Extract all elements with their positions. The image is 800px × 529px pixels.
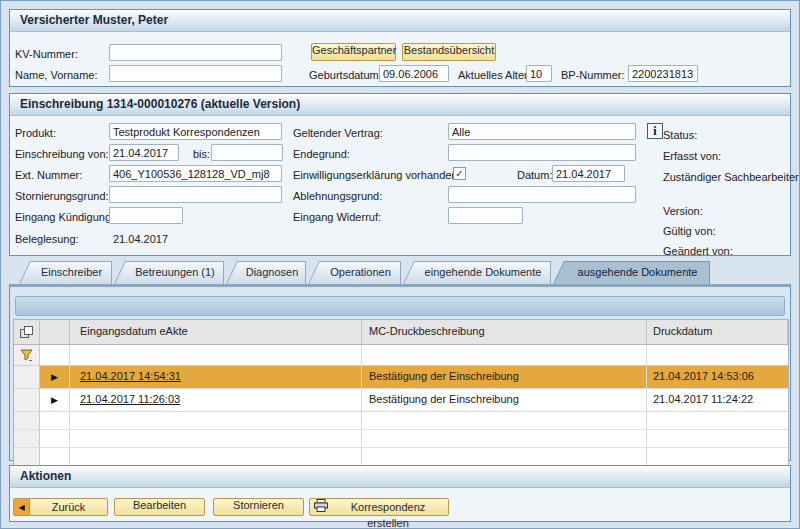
aktionen-title: Aktionen [20,469,71,483]
zurueck-label: Zurück [30,499,107,515]
empty-cell [40,448,70,465]
version-label: Version: [663,203,703,220]
row-marker-icon: ▶ [51,367,58,388]
bis-input[interactable] [211,144,283,161]
bp-nummer-input[interactable] [628,65,698,82]
geburtsdatum-input[interactable] [379,65,449,82]
info-icon[interactable]: i [647,123,663,139]
tab-einschreiber[interactable]: Einschreiber [19,261,112,284]
empty-cell [647,448,788,465]
row-marker-icon: ▶ [51,390,58,411]
aktionen-section-header: Aktionen [10,466,790,488]
select-all-cell[interactable] [14,320,40,344]
empty-cell [14,448,40,465]
produkt-input[interactable] [109,123,282,140]
korrespondenz-erstellen-button[interactable]: Korrespondenz erstellen [309,498,449,516]
row-lead-cell[interactable]: ▶ [40,366,70,388]
printer-icon [314,499,328,512]
eingang-kuendigung-input[interactable] [109,207,183,224]
empty-cell [40,430,70,447]
column-header-druckdatum[interactable]: Druckdatum [647,320,788,344]
column-header-druckbeschreibung[interactable]: MC-Druckbeschreibung [362,320,647,344]
ext-nummer-label: Ext. Nummer: [15,167,82,184]
tab-eingehende-dokumente[interactable]: eingehende Dokumente [403,261,551,284]
versicherter-title: Versicherter Muster, Peter [20,13,168,27]
empty-cell [40,412,70,429]
endegrund-input[interactable] [448,144,636,161]
geschaeftspartner-button[interactable]: Geschäftspartner [311,43,396,61]
header-spacer-cell [40,320,70,344]
zurueck-button[interactable]: ◀ Zurück [13,498,108,516]
empty-cell [362,412,647,429]
empty-cell [647,430,788,447]
eingang-kuendigung-label: Eingang Kündigung: [15,209,114,226]
geaendert-von-label: Geändert von: [663,243,733,260]
table-row[interactable]: ▶ 21.04.2017 14:54:31 Bestätigung der Ei… [14,366,788,389]
cell-eingangsdatum[interactable]: 21.04.2017 11:26:03 [70,389,362,411]
tab-label: Betreuungen (1) [114,261,224,284]
bearbeiten-button[interactable]: Bearbeiten [114,498,205,516]
filter-input-druckbeschreibung[interactable] [362,345,647,365]
name-vorname-label: Name, Vorname: [15,67,98,84]
stornierungsgrund-label: Stornierungsgrund: [15,188,109,205]
empty-cell [70,412,362,429]
geltender-vertrag-input[interactable] [448,123,636,140]
empty-cell [70,430,362,447]
einschreibung-von-input[interactable] [109,144,179,161]
cell-druckbeschreibung: Bestätigung der Einschreibung [362,366,647,388]
tab-betreuungen[interactable]: Betreuungen (1) [114,261,224,284]
datum-input[interactable] [552,165,625,182]
dokumente-table: Eingangsdatum eAkte MC-Druckbeschreibung… [13,319,789,467]
tab-diagnosen[interactable]: Diagnosen [226,261,306,284]
select-all-icon [20,326,33,339]
cell-druckdatum: 21.04.2017 11:24:22 [647,389,788,411]
stornierungsgrund-input[interactable] [109,186,282,203]
tab-operationen[interactable]: Operationen [308,261,401,284]
einwilligung-checkbox[interactable]: ✓ [453,167,466,180]
kv-nummer-input[interactable] [109,44,282,61]
eingangsdatum-link[interactable]: 21.04.2017 11:26:03 [80,393,180,405]
filter-cell[interactable] [14,345,40,365]
sap-crm-window: { "patient": { "title": "Versicherter Mu… [0,0,800,529]
einschreibung-section-header: Einschreibung 1314-000010276 (aktuelle V… [10,94,790,116]
filter-input-druckdatum[interactable] [647,345,788,365]
row-lead-cell[interactable]: ▶ [40,389,70,411]
gueltig-von-label: Gültig von: [663,223,716,240]
empty-cell [362,430,647,447]
bis-label: bis: [193,146,210,163]
filter-spacer-cell [40,345,70,365]
cell-druckdatum: 21.04.2017 14:53:06 [647,366,788,388]
kv-nummer-label: KV-Nummer: [15,46,78,63]
row-select-cell[interactable] [14,366,40,388]
stornieren-button[interactable]: Stornieren [213,498,304,516]
ablehnungsgrund-label: Ablehnungsgrund: [293,188,382,205]
filter-input-eingangsdatum[interactable] [70,345,362,365]
table-filter-row [14,345,788,366]
name-vorname-input[interactable] [109,65,282,82]
erfasst-von-label: Erfasst von: [663,148,721,165]
column-header-eingangsdatum[interactable]: Eingangsdatum eAkte [70,320,362,344]
einschreibung-title: Einschreibung 1314-000010276 (aktuelle V… [20,97,300,111]
geltender-vertrag-label: Geltender Vertrag: [293,125,383,142]
eingang-widerruf-input[interactable] [448,207,523,224]
cell-druckbeschreibung: Bestätigung der Einschreibung [362,389,647,411]
tab-ausgehende-dokumente[interactable]: ausgehende Dokumente [553,261,710,284]
tab-label: Einschreiber [19,261,112,284]
cell-eingangsdatum[interactable]: 21.04.2017 14:54:31 [70,366,362,388]
bestandsuebersicht-button[interactable]: Bestandsübersicht [402,43,496,61]
empty-cell [14,412,40,429]
ext-nummer-input[interactable] [109,165,282,182]
table-row[interactable]: ▶ 21.04.2017 11:26:03 Bestätigung der Ei… [14,389,788,412]
tab-label: Diagnosen [226,261,306,284]
row-select-cell[interactable] [14,389,40,411]
aktuelles-alter-input[interactable] [526,65,552,82]
empty-cell [647,412,788,429]
eingangsdatum-link[interactable]: 21.04.2017 14:54:31 [80,370,181,382]
tab-label: eingehende Dokumente [403,261,551,284]
tab-label: ausgehende Dokumente [553,261,710,284]
ablehnungsgrund-input[interactable] [448,186,636,203]
geburtsdatum-label: Geburtsdatum: [309,67,382,84]
beleglesung-value: 21.04.2017 [113,231,168,248]
bp-nummer-label: BP-Nummer: [561,67,625,84]
table-empty-row [14,412,788,430]
